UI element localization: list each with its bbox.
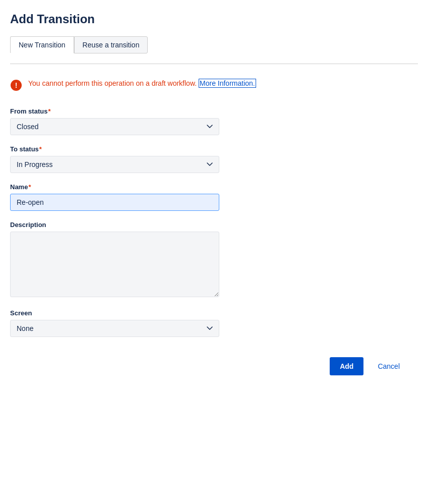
name-label: Name* [10,183,418,191]
to-status-group: To status* In Progress Open Closed Resol… [10,145,418,173]
tabs-wrapper: New Transition Reuse a transition [10,36,418,64]
description-label: Description [10,221,418,229]
add-button[interactable]: Add [330,357,363,375]
transition-form: From status* Closed Open In Progress Res… [10,107,418,375]
description-textarea[interactable] [10,232,219,297]
from-status-group: From status* Closed Open In Progress Res… [10,107,418,135]
name-input[interactable] [10,194,219,211]
to-status-required: * [39,145,42,153]
name-group: Name* [10,183,418,211]
screen-select[interactable]: None Default Screen Resolve Issue Screen… [10,320,219,337]
to-status-select[interactable]: In Progress Open Closed Resolved Reopene… [10,156,219,173]
screen-label: Screen [10,309,418,317]
alert-box: ! You cannot perform this operation on a… [10,76,418,93]
cancel-button[interactable]: Cancel [370,357,408,375]
svg-text:!: ! [15,81,18,89]
form-actions: Add Cancel [10,357,418,375]
to-status-label: To status* [10,145,418,153]
alert-text: You cannot perform this operation on a d… [28,78,256,89]
tab-new-transition[interactable]: New Transition [10,36,74,53]
tabs-container: New Transition Reuse a transition [10,36,418,53]
name-required: * [28,183,31,191]
alert-icon: ! [10,79,22,91]
alert-message: You cannot perform this operation on a d… [28,79,199,87]
tab-reuse-transition[interactable]: Reuse a transition [74,36,148,53]
screen-group: Screen None Default Screen Resolve Issue… [10,309,418,337]
from-status-required: * [48,107,50,115]
page-title: Add Transition [10,12,418,26]
description-group: Description [10,221,418,299]
from-status-select[interactable]: Closed Open In Progress Resolved Reopene… [10,118,219,135]
alert-link[interactable]: More Information. [199,79,256,88]
from-status-label: From status* [10,107,418,115]
